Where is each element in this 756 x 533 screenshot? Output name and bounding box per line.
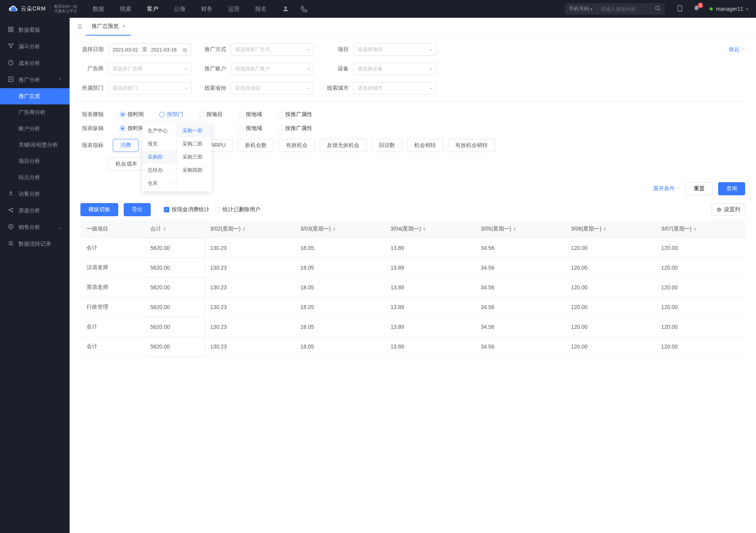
cascader-item[interactable]: 采购四部 — [177, 164, 212, 177]
radio-option[interactable]: 按时间 — [120, 111, 145, 118]
radio-option[interactable]: 按时间 — [120, 125, 145, 132]
cascader-item[interactable]: 总经办› — [142, 164, 177, 177]
collapse-filters-link[interactable]: 收起 ﹀ — [729, 46, 745, 53]
sidebar-item-4[interactable]: 访客分析 — [0, 186, 70, 202]
brand[interactable]: 云朵CRM 教育机构一站式服务云平台 — [8, 4, 77, 14]
table-header[interactable]: 合计▲▼ — [144, 220, 204, 238]
nav-item-2[interactable]: 客户 — [147, 5, 158, 13]
radio-option[interactable]: 按推广属性 — [278, 111, 312, 118]
table-header[interactable]: 3/07(星期一)▲▼ — [655, 220, 745, 238]
search-icon[interactable] — [655, 5, 661, 13]
table-cell: 120.00 — [655, 297, 745, 317]
column-settings-button[interactable]: ⚙ 设置列 — [712, 203, 745, 216]
reset-button[interactable]: 重置 — [686, 182, 713, 195]
cb-cash-stats[interactable]: 按现金消费统计 — [164, 206, 209, 213]
sidebar-subitem-3-5[interactable]: 站点分析 — [0, 169, 70, 186]
notifications[interactable]: 5 — [693, 5, 700, 13]
table-header[interactable]: 3/03(星期一)▲▼ — [294, 220, 384, 238]
sidebar-subitem-3-4[interactable]: 项目分析 — [0, 153, 70, 169]
channel-icon — [8, 207, 14, 214]
nav-item-3[interactable]: 公海 — [174, 5, 186, 13]
chevron-down-icon: ﹀ — [741, 47, 745, 52]
cascader-item[interactable]: 采购一部 — [177, 124, 212, 137]
expand-conditions-link[interactable]: 展开条件 ﹀ — [653, 185, 680, 192]
export-button[interactable]: 导出 — [124, 203, 151, 216]
funnel-icon — [8, 43, 14, 50]
filter-method: 推广方式 请选择推广方式▾ — [203, 43, 314, 56]
cascader-item[interactable]: 报关 — [142, 137, 177, 150]
table-cell: 120.00 — [655, 337, 745, 357]
device-select[interactable]: 请选择设备▾ — [353, 63, 436, 75]
cascader-item[interactable]: 生产中心› — [142, 124, 177, 137]
nav-icon-group — [282, 5, 308, 12]
cascader-item[interactable]: 仓库› — [142, 177, 177, 190]
sidebar-subitem-3-1[interactable]: 广告商分析 — [0, 104, 70, 121]
sidebar-item-3[interactable]: 推广分析⌃ — [0, 72, 70, 88]
date-range-input[interactable]: 2021-03-02 至 2021-03-16 ▦ — [108, 43, 191, 56]
sidebar-collapse-icon[interactable]: ☰ — [73, 24, 86, 30]
nav-item-5[interactable]: 运营 — [228, 5, 240, 13]
project-select[interactable]: 请选择项目▾ — [353, 43, 436, 56]
sidebar-item-6[interactable]: 销售分析⌄ — [0, 219, 70, 236]
dashboard-icon — [8, 26, 14, 34]
radio-option[interactable]: 按部门 — [159, 111, 184, 118]
phone-icon[interactable] — [301, 5, 308, 12]
metric-button-7[interactable]: 回访数 — [371, 139, 402, 152]
query-button[interactable]: 查询 — [718, 182, 745, 195]
nav-item-0[interactable]: 数据 — [93, 5, 104, 13]
table-header[interactable]: 3/02(星期一)▲▼ — [204, 220, 294, 238]
sidebar-item-2[interactable]: 成本分析 — [0, 55, 70, 72]
toggle-axis-button[interactable]: 横纵切换 — [80, 203, 118, 216]
nav-item-6[interactable]: 报名 — [255, 5, 267, 13]
radio-option[interactable]: 按地域 — [238, 111, 263, 118]
table-toolbar: 横纵切换 导出 按现金消费统计 统计已删除用户 ⚙ 设置列 — [80, 203, 745, 216]
search-type-select[interactable]: 手机号码 ▾ — [569, 5, 597, 12]
metric-button-4[interactable]: 新机会数 — [238, 139, 274, 152]
metric-button-5[interactable]: 有效机会 — [279, 139, 315, 152]
metric-button-6[interactable]: 反馈无效机会 — [320, 139, 367, 152]
table-header[interactable]: 3/06(星期一)▲▼ — [565, 220, 655, 238]
table-cell: 130.23 — [204, 317, 294, 337]
tab-active[interactable]: 推广总预览 ✕ — [86, 18, 131, 36]
metric-button-8[interactable]: 机会销转 — [407, 139, 443, 152]
radio-option[interactable]: 按项目 — [199, 111, 223, 118]
sidebar-subitem-3-0[interactable]: 推广总览 — [0, 88, 70, 104]
sidebar-item-0[interactable]: 数据看版 — [0, 22, 70, 38]
sidebar-item-7[interactable]: 数据流转记录 — [0, 236, 70, 252]
cascader-item[interactable]: 采购部› — [142, 150, 177, 164]
dept-select[interactable]: 请选择部门▾ — [108, 82, 191, 94]
table-header[interactable]: 3/05(星期一)▲▼ — [475, 220, 565, 238]
table-header[interactable]: 一级项目 — [80, 220, 144, 238]
radio-option[interactable]: 按推广属性 — [278, 125, 312, 132]
cascader-item[interactable]: 采购三部 — [177, 150, 212, 164]
search-box[interactable]: 手机号码 ▾ — [565, 3, 665, 15]
filter-label: 广告商 — [80, 65, 104, 72]
sidebar-subitem-3-2[interactable]: 账户分析 — [0, 121, 70, 137]
table-cell: 120.00 — [655, 258, 745, 278]
method-select[interactable]: 请选择推广方式▾ — [231, 43, 314, 56]
radio-option[interactable]: 按地域 — [238, 125, 263, 132]
sidebar-item-5[interactable]: 渠道分析 — [0, 202, 70, 219]
sidebar-subitem-3-3[interactable]: 关键词/创意分析 — [0, 137, 70, 153]
province-select[interactable]: 请选择省份▾ — [231, 82, 314, 94]
table-header[interactable]: 3/04(星期一)▲▼ — [385, 220, 475, 238]
cascader-item[interactable]: 采购二部 — [177, 137, 212, 150]
metric-button-9[interactable]: 有效机会销转 — [448, 139, 495, 152]
tab-bar: ☰ 推广总预览 ✕ — [70, 18, 756, 36]
metric-button-0[interactable]: 消费 — [113, 139, 138, 152]
advertiser-select[interactable]: 请选择广告商▾ — [108, 63, 191, 75]
sidebar-item-1[interactable]: 漏斗分析 — [0, 38, 70, 55]
search-input[interactable] — [597, 6, 655, 12]
nav-item-4[interactable]: 财务 — [201, 5, 213, 13]
monitor-icon[interactable] — [676, 5, 683, 13]
table-cell: 会计 — [80, 337, 144, 357]
close-icon[interactable]: ✕ — [122, 24, 126, 29]
metric-opportunity-cost[interactable]: 机会成本 — [108, 157, 145, 171]
account-select[interactable]: 请选择推广账户▾ — [231, 63, 314, 75]
user-icon[interactable] — [282, 5, 289, 12]
city-select[interactable]: 请选择城市▾ — [353, 82, 436, 94]
table-cell: 120.00 — [565, 278, 655, 297]
cb-deleted-users[interactable]: 统计已删除用户 — [215, 206, 261, 213]
user-menu[interactable]: manager11 ▾ — [710, 6, 748, 12]
nav-item-1[interactable]: 线索 — [120, 5, 131, 13]
